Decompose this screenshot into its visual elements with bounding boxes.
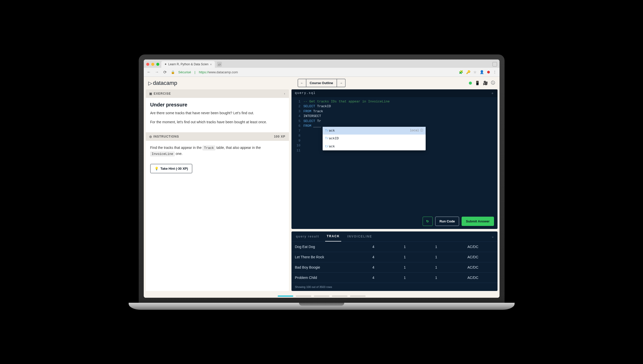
browser-tab[interactable]: ✦ Learn R, Python & Data Scien × xyxy=(161,61,215,68)
address-bar: ← → ⟳ 🔒 Sécurisé | https://www.datacamp.… xyxy=(144,68,500,77)
prev-exercise-button[interactable]: ← xyxy=(298,79,306,87)
table-row: Let There Be Rock411AC/DC xyxy=(291,252,498,262)
progress-bar xyxy=(144,293,500,298)
results-footer: Showing 100 out of 3503 rows xyxy=(291,283,498,291)
forward-button[interactable]: → xyxy=(155,70,159,74)
tab-query-result[interactable]: query result xyxy=(294,232,321,241)
progress-segment[interactable] xyxy=(332,295,348,297)
table-row: Bad Boy Boogie411AC/DC xyxy=(291,262,498,272)
progress-segment[interactable] xyxy=(314,295,329,297)
instructions-text: Find the tracks that appear in the Track… xyxy=(150,145,284,157)
chevron-down-icon[interactable]: ⌄ xyxy=(491,235,494,238)
run-code-button[interactable]: Run Code xyxy=(435,217,459,226)
exercise-header: ▣ EXERCISE ‹ xyxy=(146,89,289,98)
exercise-paragraph: For the moment, let's find out which tra… xyxy=(150,119,284,125)
progress-segment[interactable] xyxy=(350,295,366,297)
table-row: Problem Child411AC/DC xyxy=(291,272,498,283)
hint-icon: 💡 xyxy=(155,167,159,170)
url-text[interactable]: https://www.datacamp.com xyxy=(199,70,238,74)
profile-icon[interactable]: 👤 xyxy=(480,70,484,74)
tab-invoiceline[interactable]: INVOICELINE xyxy=(346,232,374,241)
autocomplete-option[interactable]: track xyxy=(323,143,426,151)
bookmark-icon[interactable]: ☆ xyxy=(473,70,477,74)
menu-icon[interactable]: ⋮ xyxy=(493,70,497,74)
tab-close-icon[interactable]: × xyxy=(210,63,212,66)
browser-extension-icon[interactable] xyxy=(492,62,497,67)
tab-title: Learn R, Python & Data Scien xyxy=(168,63,209,66)
course-outline-button[interactable]: Course Outline xyxy=(306,79,337,87)
xp-badge: 100 XP xyxy=(274,135,285,138)
reload-button[interactable]: ⟳ xyxy=(163,70,167,75)
key-icon[interactable]: 🔑 xyxy=(466,70,470,74)
back-button[interactable]: ← xyxy=(147,70,151,74)
exercise-paragraph: Are there some tracks that have never be… xyxy=(150,110,284,116)
editor-settings-icon[interactable]: ✲ xyxy=(491,91,494,95)
secure-label: Sécurisé xyxy=(178,70,191,74)
tab-track[interactable]: TRACK xyxy=(325,231,341,241)
datacamp-logo[interactable]: ▷ datacamp xyxy=(148,80,177,86)
autocomplete-option[interactable]: TrackID xyxy=(323,135,426,143)
code-editor[interactable]: 1-- Get tracks IDs that appear in Invoic… xyxy=(291,97,498,214)
status-online-icon xyxy=(469,82,472,85)
info-icon: ⓘ xyxy=(420,128,423,133)
editor-filename[interactable]: query.sql xyxy=(295,91,316,95)
list-icon: ▣ xyxy=(149,92,152,95)
submit-answer-button[interactable]: Submit Answer xyxy=(462,217,494,226)
logo-icon: ▷ xyxy=(148,80,152,86)
adblock-icon[interactable]: ⬢ xyxy=(487,70,490,74)
collapse-icon[interactable]: ‹ xyxy=(284,92,285,95)
window-close-icon[interactable] xyxy=(146,63,149,66)
reset-code-button[interactable]: ↻ xyxy=(423,217,433,226)
autocomplete-option[interactable]: Track localⓘ xyxy=(323,127,426,135)
autocomplete-popup: Track localⓘ TrackID track xyxy=(323,127,426,151)
mobile-icon[interactable]: 📱 xyxy=(475,81,480,85)
lock-icon: 🔒 xyxy=(171,70,175,74)
progress-segment[interactable] xyxy=(278,295,293,297)
video-icon[interactable]: 🎥 xyxy=(483,81,488,85)
browser-tab-bar: ✦ Learn R, Python & Data Scien × ▱ xyxy=(144,59,500,68)
progress-segment[interactable] xyxy=(296,295,311,297)
take-hint-button[interactable]: 💡 Take Hint (-30 XP) xyxy=(150,164,192,173)
window-maximize-icon[interactable] xyxy=(156,63,159,66)
new-tab-button[interactable]: ▱ xyxy=(217,62,222,67)
extension-icon[interactable]: 🧩 xyxy=(459,70,463,74)
target-icon: ◎ xyxy=(149,135,152,138)
table-row: Dog Eat Dog411AC/DC xyxy=(291,241,498,252)
instructions-header: ◎ INSTRUCTIONS 100 XP xyxy=(146,132,289,141)
next-exercise-button[interactable]: → xyxy=(337,79,345,87)
window-minimize-icon[interactable] xyxy=(151,63,154,66)
tab-favicon-icon: ✦ xyxy=(164,63,167,66)
info-icon[interactable]: ⓘ xyxy=(491,80,495,86)
reset-icon: ↻ xyxy=(426,219,429,223)
exercise-title: Under pressure xyxy=(150,102,284,108)
